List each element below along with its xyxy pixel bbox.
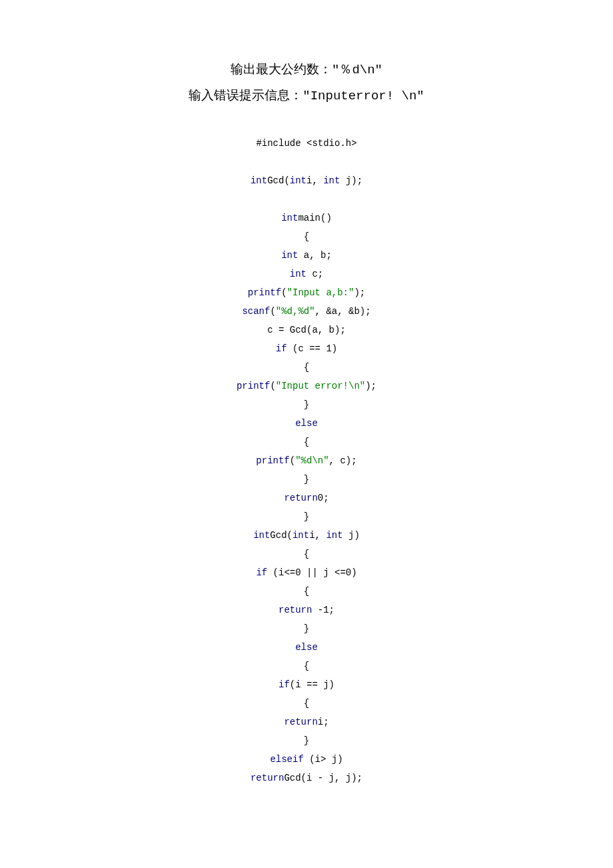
code-token: } bbox=[304, 735, 309, 746]
code-line: intGcd(inti, int j) bbox=[80, 526, 533, 545]
code-token: ( bbox=[290, 455, 295, 466]
code-line: else bbox=[80, 414, 533, 433]
code-token: { bbox=[304, 231, 309, 242]
code-token: ( bbox=[281, 287, 287, 298]
code-token: j) bbox=[343, 530, 360, 541]
code-token: 0; bbox=[318, 493, 329, 503]
code-token: scanf bbox=[242, 306, 270, 317]
heading-error-label: 输入错误提示信息： bbox=[189, 88, 303, 102]
code-token: printf bbox=[248, 287, 281, 298]
code-token: (i> j) bbox=[304, 754, 343, 765]
code-line: printf("%d\n", c); bbox=[80, 451, 533, 470]
code-line: } bbox=[80, 619, 533, 638]
code-line: { bbox=[80, 694, 533, 713]
code-token: } bbox=[304, 623, 309, 634]
code-token: "Input a,b:" bbox=[287, 287, 354, 298]
code-token: printf bbox=[237, 381, 270, 391]
code-line: else bbox=[80, 638, 533, 657]
code-line: { bbox=[80, 358, 533, 377]
code-token: int bbox=[293, 530, 309, 541]
code-token: int bbox=[290, 175, 306, 186]
code-token: , &a, &b); bbox=[315, 306, 371, 317]
code-token: int bbox=[253, 530, 270, 541]
code-line: { bbox=[80, 545, 533, 563]
code-line: int c; bbox=[80, 265, 533, 283]
code-line: { bbox=[80, 582, 533, 601]
code-token: i; bbox=[318, 717, 329, 727]
code-line: } bbox=[80, 395, 533, 414]
code-token: "Input error!\n" bbox=[276, 381, 365, 391]
code-token: i, bbox=[309, 530, 326, 541]
code-token: #include <stdio.h> bbox=[256, 138, 356, 149]
code-token: { bbox=[304, 437, 309, 447]
code-token: } bbox=[304, 474, 309, 485]
code-line: return -1; bbox=[80, 601, 533, 619]
heading-output-label: 输出最大公约数： bbox=[231, 62, 332, 76]
code-token: Gcd(i - j, j); bbox=[284, 773, 362, 783]
code-line: { bbox=[80, 433, 533, 451]
code-line: } bbox=[80, 731, 533, 750]
code-token: main() bbox=[298, 213, 331, 223]
code-line: returni; bbox=[80, 713, 533, 731]
code-line: printf("Input error!\n"); bbox=[80, 377, 533, 395]
document-page: 输出最大公约数："％d\n" 输入错误提示信息："Inputerror! \n"… bbox=[0, 0, 613, 854]
code-token: a, b; bbox=[298, 250, 331, 261]
code-line: { bbox=[80, 657, 533, 675]
code-token: c; bbox=[306, 269, 323, 279]
code-token: "%d,%d" bbox=[276, 306, 315, 317]
code-line: return0; bbox=[80, 489, 533, 507]
code-token: Gcd( bbox=[267, 175, 290, 186]
heading-error-code: "Inputerror! \n" bbox=[303, 89, 424, 103]
code-block: #include <stdio.h> intGcd(inti, int j); … bbox=[80, 134, 533, 787]
code-token: "%d\n" bbox=[295, 455, 328, 466]
code-token: { bbox=[304, 661, 309, 671]
code-token: { bbox=[304, 549, 309, 559]
code-token: if bbox=[293, 754, 304, 765]
code-token: { bbox=[304, 362, 309, 373]
code-line: int a, b; bbox=[80, 246, 533, 265]
code-line: intmain() bbox=[80, 209, 533, 227]
code-line: intGcd(inti, int j); bbox=[80, 171, 533, 190]
code-line: } bbox=[80, 470, 533, 489]
code-token: int bbox=[251, 175, 267, 186]
code-token: int bbox=[290, 269, 306, 279]
code-token: int bbox=[323, 175, 340, 186]
code-line: if (i<=0 || j <=0) bbox=[80, 563, 533, 582]
code-line: { bbox=[80, 227, 533, 246]
code-token: else bbox=[295, 642, 318, 653]
code-line bbox=[80, 190, 533, 209]
code-token: , c); bbox=[329, 455, 357, 466]
code-token: if bbox=[279, 679, 290, 690]
code-token: { bbox=[304, 698, 309, 709]
code-line: if(i == j) bbox=[80, 675, 533, 694]
code-token: i, bbox=[306, 175, 323, 186]
code-token: (c == 1) bbox=[287, 343, 338, 354]
code-token: { bbox=[304, 586, 309, 597]
code-token: if bbox=[256, 567, 267, 578]
code-line: scanf("%d,%d", &a, &b); bbox=[80, 302, 533, 321]
heading-error-msg: 输入错误提示信息："Inputerror! \n" bbox=[80, 83, 533, 109]
code-line: c = Gcd(a, b); bbox=[80, 321, 533, 339]
code-token: int bbox=[281, 213, 298, 223]
code-token: ); bbox=[354, 287, 365, 298]
code-token: (i<=0 || j <=0) bbox=[267, 567, 356, 578]
code-line: } bbox=[80, 507, 533, 526]
code-line: returnGcd(i - j, j); bbox=[80, 769, 533, 787]
code-token: int bbox=[281, 250, 298, 261]
heading-output-gcd: 输出最大公约数："％d\n" bbox=[80, 57, 533, 83]
code-token: -1; bbox=[312, 605, 334, 615]
code-token: printf bbox=[256, 455, 289, 466]
code-token: ( bbox=[270, 306, 275, 317]
code-token: ( bbox=[270, 381, 275, 391]
code-token: return bbox=[284, 493, 317, 503]
code-token: else bbox=[295, 418, 318, 429]
code-token: j); bbox=[340, 175, 362, 186]
code-line: printf("Input a,b:"); bbox=[80, 283, 533, 302]
code-token: return bbox=[279, 605, 312, 615]
code-line bbox=[80, 153, 533, 171]
code-token: ); bbox=[365, 381, 376, 391]
code-token: (i == j) bbox=[290, 679, 334, 690]
code-line: elseif (i> j) bbox=[80, 750, 533, 769]
heading-output-code: "％d\n" bbox=[332, 63, 382, 77]
code-token: else bbox=[270, 754, 293, 765]
